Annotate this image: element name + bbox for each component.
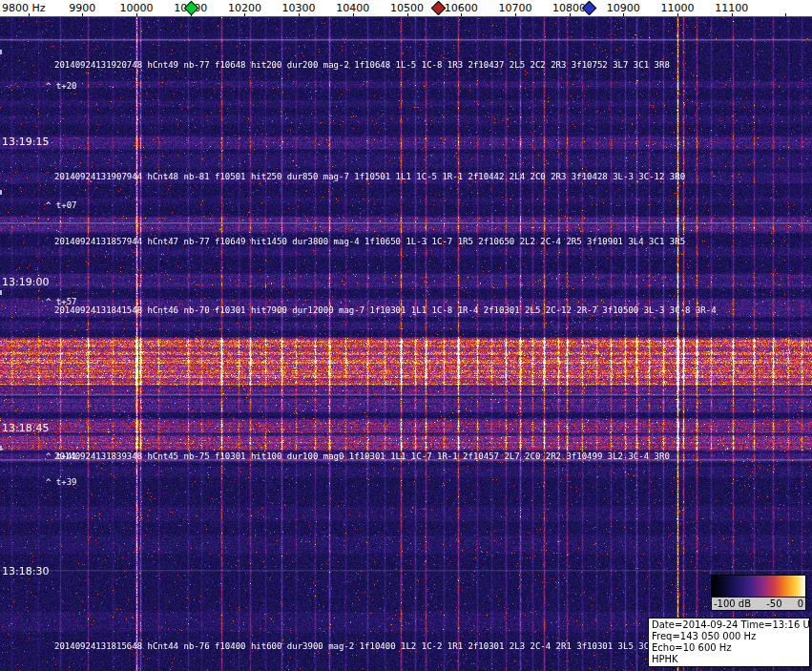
legend-label: 0 <box>798 598 803 610</box>
freq-label: 10900 <box>607 2 640 14</box>
info-line: Date=2014-09-24 Time=13:16 UTC <box>652 619 806 631</box>
color-scale-legend: -100 dB-500 <box>711 575 806 611</box>
legend-label: -50 <box>766 598 781 610</box>
freq-label: 10000 <box>120 2 154 14</box>
freq-tick <box>785 13 786 16</box>
info-box: Date=2014-09-24 Time=13:16 UTCFreq=143 0… <box>648 618 810 667</box>
freq-label: 11000 <box>661 2 695 14</box>
freq-label: 10200 <box>228 2 261 14</box>
meteor-spectrogram-app: 9800 Hz990010000101001020010300104001050… <box>0 0 812 671</box>
freq-label: 10500 <box>390 2 424 14</box>
freq-label: 10300 <box>282 2 316 14</box>
spectrogram-canvas <box>0 17 812 671</box>
info-line: Echo=10 600 Hz <box>652 642 806 654</box>
freq-label: 9900 <box>69 2 95 14</box>
freq-label: 10700 <box>498 2 531 14</box>
freq-label: 9800 Hz <box>2 2 46 14</box>
color-scale-labels: -100 dB-500 <box>711 598 806 611</box>
frequency-ruler: 9800 Hz990010000101001020010300104001050… <box>0 0 812 17</box>
freq-label: 10400 <box>336 2 369 14</box>
legend-label: -100 dB <box>714 598 751 610</box>
color-scale-gradient <box>711 575 806 598</box>
freq-label: 10600 <box>445 2 478 14</box>
freq-label: 11100 <box>715 2 748 14</box>
info-line: HPHK <box>652 654 806 665</box>
info-line: Freq=143 050 000 Hz <box>652 631 806 642</box>
